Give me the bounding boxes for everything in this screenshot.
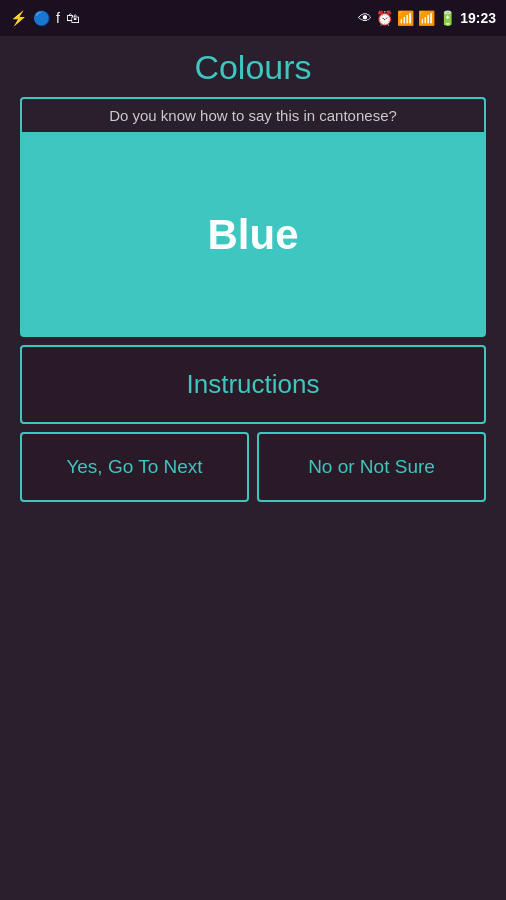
yes-button[interactable]: Yes, Go To Next	[20, 432, 249, 502]
status-bar-right: 👁 ⏰ 📶 📶 🔋 19:23	[358, 10, 496, 26]
no-button[interactable]: No or Not Sure	[257, 432, 486, 502]
signal-icon: 📶	[418, 10, 435, 26]
eye-icon: 👁	[358, 10, 372, 26]
instructions-button[interactable]: Instructions	[20, 345, 486, 424]
main-content: Do you know how to say this in cantonese…	[0, 97, 506, 502]
usb-icon: ⚡	[10, 10, 27, 26]
battery-icon: 🔋	[439, 10, 456, 26]
app-title: Colours	[0, 36, 506, 97]
answer-row: Yes, Go To Next No or Not Sure	[20, 432, 486, 502]
word-card: Blue	[20, 132, 486, 337]
alarm-icon: ⏰	[376, 10, 393, 26]
question-bar: Do you know how to say this in cantonese…	[20, 97, 486, 132]
status-time: 19:23	[460, 10, 496, 26]
status-bar-left: ⚡ 🔵 f 🛍	[10, 10, 80, 26]
circle-icon: 🔵	[33, 10, 50, 26]
bag-icon: 🛍	[66, 10, 80, 26]
wifi-icon: 📶	[397, 10, 414, 26]
word-text: Blue	[207, 211, 298, 259]
fb-icon: f	[56, 10, 60, 26]
status-bar: ⚡ 🔵 f 🛍 👁 ⏰ 📶 📶 🔋 19:23	[0, 0, 506, 36]
